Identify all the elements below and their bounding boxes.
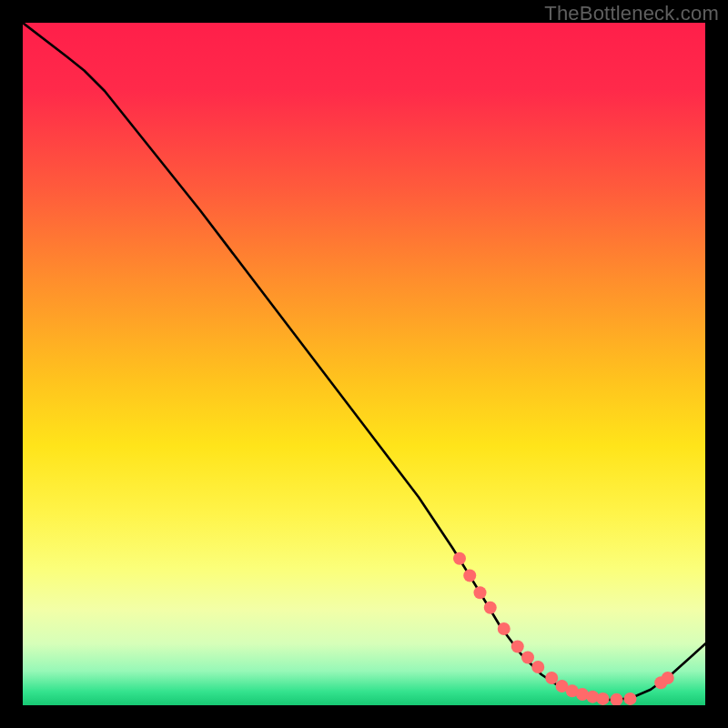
highlight-dots: [453, 552, 674, 705]
curve-dot: [531, 661, 544, 673]
curve-dot: [597, 693, 610, 705]
bottleneck-curve: [23, 23, 705, 700]
curve-dot: [463, 570, 476, 582]
curve-dot: [511, 641, 524, 653]
curve-dot: [453, 552, 466, 565]
curve-dot: [611, 693, 623, 705]
curve-dot: [484, 602, 497, 614]
watermark-text: TheBottleneck.com: [544, 2, 719, 25]
curve-dot: [474, 586, 487, 599]
curve-dot: [624, 693, 637, 705]
curve-dot: [662, 672, 674, 684]
curve-dot: [545, 672, 558, 684]
chart-svg: [23, 23, 705, 705]
curve-dot: [498, 622, 511, 635]
chart-container: TheBottleneck.com: [0, 0, 728, 728]
plot-area: [23, 23, 705, 705]
curve-dot: [521, 652, 534, 664]
